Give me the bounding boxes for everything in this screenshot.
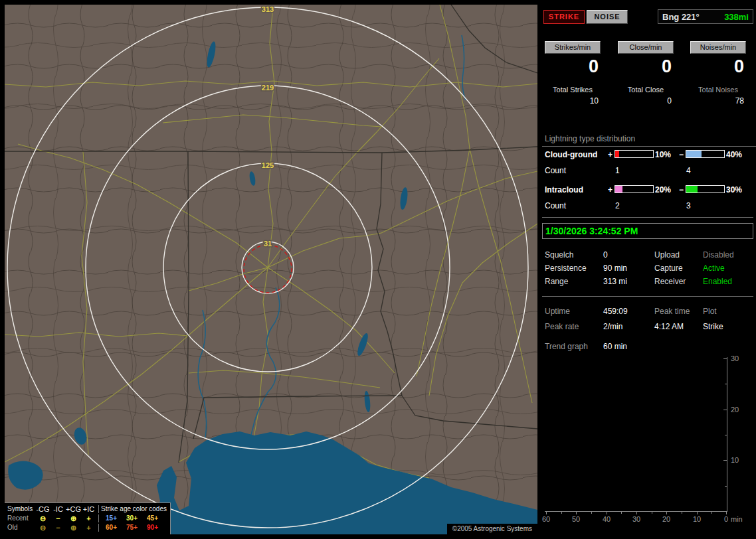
peak-time-label: Peak time	[654, 307, 690, 316]
intracloud-plus-bar	[614, 185, 654, 193]
status-row: Uptime 459:09 Peak time Plot	[539, 307, 756, 317]
x-axis-tick	[591, 512, 592, 514]
intracloud-plus-pct: 20%	[655, 185, 671, 194]
cloud-ground-plus-count: 1	[615, 166, 620, 175]
legend-divider	[98, 524, 99, 532]
intracloud-minus-bar	[686, 185, 725, 193]
strikes-per-min-value: 0	[545, 56, 601, 77]
legend-col-pos-cg: +CG	[66, 504, 81, 514]
age-code-90: 90+	[142, 523, 163, 532]
cloud-ground-minus-bar	[686, 150, 725, 158]
receiver-value: Enabled	[703, 277, 732, 286]
cloud-ground-minus-pct: 40%	[726, 150, 742, 159]
cloud-ground-plus-bar	[614, 150, 654, 158]
age-code-45: 45+	[142, 514, 163, 523]
uptime-label: Uptime	[545, 307, 570, 316]
cloud-ground-label: Cloud-ground	[545, 150, 597, 159]
strikes-per-min-button[interactable]: Strikes/min	[545, 41, 601, 54]
noise-indicator-lamp[interactable]: NOISE	[587, 10, 628, 24]
x-axis-label: 10	[688, 515, 706, 523]
status-sidebar: STRIKE NOISE Bng 221° 338mi Strikes/min …	[539, 0, 756, 539]
count-label: Count	[545, 166, 566, 175]
x-axis-tick	[561, 512, 562, 514]
x-axis-tick	[607, 512, 607, 514]
pos-cg-icon: ⊕	[66, 523, 81, 532]
plot-value: Strike	[703, 322, 723, 331]
bearing-readout: Bng 221° 338mi	[658, 9, 753, 24]
cloud-ground-minus-count: 4	[686, 166, 691, 175]
age-code-75: 75+	[122, 523, 142, 532]
capture-label: Capture	[654, 264, 683, 273]
upload-value: Disabled	[703, 250, 734, 260]
noises-per-min-button[interactable]: Noises/min	[690, 41, 746, 54]
x-axis-tick	[711, 512, 712, 514]
intracloud-plus-count: 2	[615, 201, 620, 210]
status-row: Peak rate 2/min 4:12 AM Strike	[539, 322, 756, 333]
y-axis-tick	[723, 460, 727, 461]
map-display[interactable]: 313 219 125 31 Symbols -CG -IC +CG +IC S…	[5, 5, 537, 534]
cloud-ground-count-row: Count 1 4	[539, 166, 756, 175]
legend-old-label: Old	[7, 523, 35, 532]
y-axis-tick	[725, 486, 727, 487]
capture-value: Active	[703, 264, 725, 273]
squelch-label: Squelch	[545, 250, 573, 260]
range-ring-label-125: 125	[262, 161, 274, 169]
pos-ic-icon: +	[81, 514, 96, 523]
copyright-notice: ©2005 Astrogenic Systems	[447, 524, 537, 534]
y-axis-label: 30	[731, 354, 739, 362]
neg-cg-icon: ⊖	[35, 523, 50, 532]
neg-cg-icon: ⊖	[35, 514, 50, 523]
plus-sign: +	[608, 150, 613, 159]
count-label: Count	[545, 201, 566, 210]
total-close-value: 0	[618, 96, 674, 106]
x-axis-tick	[636, 512, 637, 514]
squelch-value: 0	[603, 250, 608, 260]
x-axis-label: 20	[658, 515, 675, 523]
intracloud-count-row: Count 2 3	[539, 201, 756, 210]
peak-rate-value: 2/min	[603, 322, 622, 331]
age-code-60: 60+	[101, 523, 122, 532]
age-code-15: 15+	[101, 514, 122, 523]
total-close-label: Total Close	[618, 86, 674, 94]
strike-indicator-lamp[interactable]: STRIKE	[543, 10, 585, 24]
persistence-value: 90 min	[603, 264, 627, 273]
persistence-label: Persistence	[545, 264, 587, 273]
legend-divider	[98, 514, 99, 522]
trend-graph: 30 20 10 60 50 40 30 20 10 0 min	[539, 352, 756, 539]
peak-time-value: 4:12 AM	[654, 322, 684, 331]
x-axis-tick	[546, 512, 547, 514]
x-axis-unit: min	[731, 515, 743, 523]
intracloud-minus-pct: 30%	[726, 185, 742, 194]
x-axis-label: 40	[598, 515, 615, 523]
noises-rate-column: Noises/min 0 Total Noises 78	[690, 41, 746, 106]
age-code-30: 30+	[122, 514, 142, 523]
legend-symbols-title: Symbols	[7, 504, 35, 514]
range-ring-label-31: 31	[264, 240, 272, 248]
trend-graph-value: 60 min	[603, 342, 627, 351]
receiver-label: Receiver	[654, 277, 686, 286]
intracloud-row: Intracloud + 20% − 30%	[539, 185, 756, 194]
total-noises-label: Total Noises	[690, 86, 746, 94]
neg-ic-icon: −	[50, 514, 66, 523]
x-axis-tick	[652, 512, 652, 514]
map-legend: Symbols -CG -IC +CG +IC Strike age color…	[5, 502, 171, 534]
y-axis-tick	[725, 435, 727, 435]
y-axis-label: 10	[731, 456, 739, 464]
bearing-distance: 338mi	[724, 12, 749, 22]
datetime-readout: 1/30/2026 3:24:52 PM	[542, 223, 753, 239]
legend-col-neg-cg: -CG	[35, 504, 50, 514]
intracloud-label: Intracloud	[545, 185, 583, 194]
y-axis-tick	[723, 358, 727, 359]
range-label: Range	[545, 277, 568, 286]
legend-recent-label: Recent	[7, 514, 35, 523]
total-noises-value: 78	[690, 96, 746, 106]
distribution-section-title: Lightning type distribution	[542, 134, 756, 147]
peak-rate-label: Peak rate	[545, 322, 579, 331]
close-per-min-button[interactable]: Close/min	[618, 41, 674, 54]
settings-row: Squelch 0 Upload Disabled	[539, 250, 756, 261]
settings-row: Range 313 mi Receiver Enabled	[539, 277, 756, 287]
settings-row: Persistence 90 min Capture Active	[539, 264, 756, 274]
total-strikes-label: Total Strikes	[545, 86, 601, 94]
minus-sign: −	[679, 185, 684, 194]
range-value: 313 mi	[603, 277, 627, 286]
